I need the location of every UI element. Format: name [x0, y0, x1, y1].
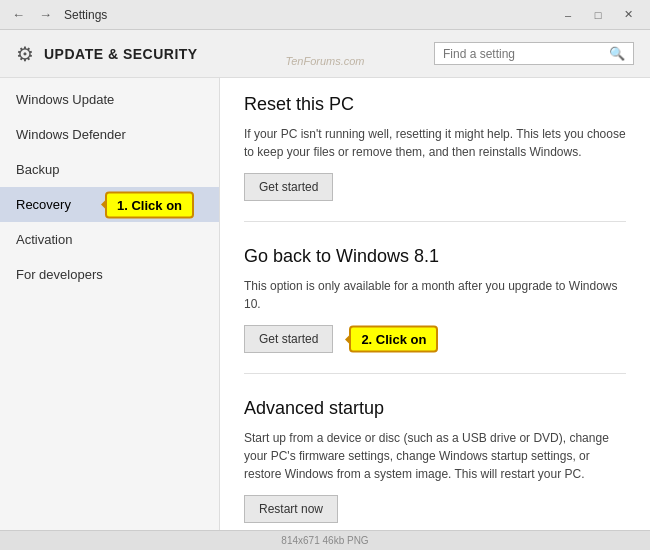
reset-title: Reset this PC [244, 94, 626, 115]
footer-text: 814x671 46kb PNG [281, 535, 368, 546]
titlebar-nav: ← → [8, 7, 56, 22]
goback-title: Go back to Windows 8.1 [244, 246, 626, 267]
search-input[interactable] [443, 47, 609, 61]
reset-desc: If your PC isn't running well, resetting… [244, 125, 626, 161]
search-box: 🔍 [434, 42, 634, 65]
titlebar-controls: – □ ✕ [554, 5, 642, 25]
sidebar-item-backup[interactable]: Backup [0, 152, 219, 187]
content-area: Reset this PC If your PC isn't running w… [220, 78, 650, 530]
callout-second: 2. Click on [349, 326, 438, 353]
minimize-button[interactable]: – [554, 5, 582, 25]
sidebar-item-windows-update[interactable]: Windows Update [0, 82, 219, 117]
sidebar-item-recovery-wrapper: Recovery 1. Click on [0, 187, 219, 222]
goback-btn-wrapper: Get started 2. Click on [244, 325, 333, 353]
main-layout: Windows Update Windows Defender Backup R… [0, 78, 650, 530]
sidebar: Windows Update Windows Defender Backup R… [0, 78, 220, 530]
maximize-button[interactable]: □ [584, 5, 612, 25]
sidebar-item-for-developers[interactable]: For developers [0, 257, 219, 292]
advanced-desc: Start up from a device or disc (such as … [244, 429, 626, 483]
sidebar-item-activation[interactable]: Activation [0, 222, 219, 257]
sidebar-item-windows-defender[interactable]: Windows Defender [0, 117, 219, 152]
header-title: UPDATE & SECURITY [44, 46, 198, 62]
back-button[interactable]: ← [8, 7, 29, 22]
advanced-title: Advanced startup [244, 398, 626, 419]
reset-get-started-button[interactable]: Get started [244, 173, 333, 201]
header: ⚙ UPDATE & SECURITY 🔍 [0, 30, 650, 78]
settings-icon: ⚙ [16, 42, 34, 66]
close-button[interactable]: ✕ [614, 5, 642, 25]
sidebar-item-recovery[interactable]: Recovery [0, 187, 219, 222]
titlebar-title: Settings [64, 8, 554, 22]
goback-get-started-button[interactable]: Get started [244, 325, 333, 353]
restart-now-button[interactable]: Restart now [244, 495, 338, 523]
titlebar: ← → Settings – □ ✕ [0, 0, 650, 30]
reset-section: Reset this PC If your PC isn't running w… [244, 94, 626, 222]
search-icon: 🔍 [609, 46, 625, 61]
goback-section: Go back to Windows 8.1 This option is on… [244, 246, 626, 374]
footer-bar: 814x671 46kb PNG [0, 530, 650, 550]
advanced-section: Advanced startup Start up from a device … [244, 398, 626, 530]
forward-button[interactable]: → [35, 7, 56, 22]
goback-desc: This option is only available for a mont… [244, 277, 626, 313]
